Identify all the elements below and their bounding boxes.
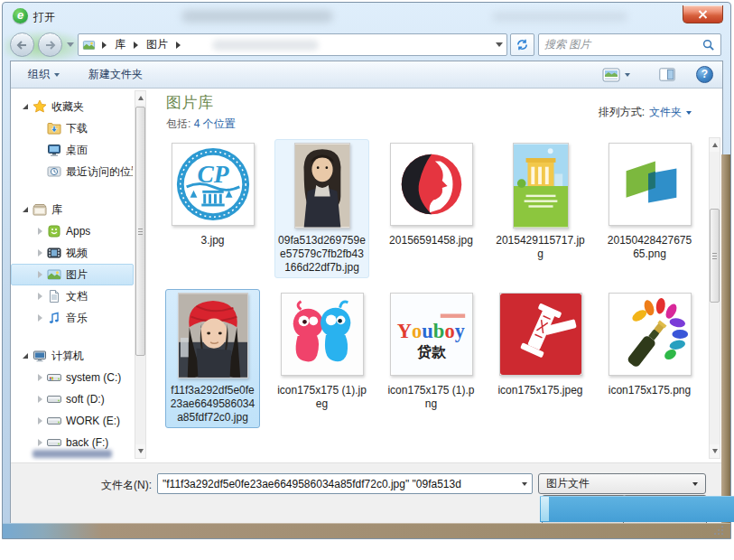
- file-item[interactable]: icon175x175.png: [602, 289, 697, 401]
- file-item[interactable]: 2015429115717.jpg: [493, 139, 588, 265]
- expanded-arrow-icon[interactable]: [19, 207, 32, 212]
- expanded-arrow-icon[interactable]: [19, 104, 32, 109]
- help-button[interactable]: ?: [696, 66, 713, 83]
- preview-pane-button[interactable]: [651, 64, 683, 85]
- sidebar-item-drive-c[interactable]: system (C:): [11, 367, 134, 388]
- file-item[interactable]: icon175x175 (1).jpeg: [274, 289, 369, 415]
- item-label: WORK (E:): [66, 415, 120, 427]
- chevron-down-icon: [686, 111, 692, 115]
- refresh-button[interactable]: [510, 33, 534, 56]
- sidebar-item-desktop[interactable]: 桌面: [11, 139, 134, 161]
- sidebar-section-computer[interactable]: 计算机: [11, 345, 134, 367]
- command-toolbar: 组织 新建文件夹: [11, 61, 722, 89]
- thumbnail-face-logo: [390, 143, 473, 226]
- files-scrollbar[interactable]: [709, 137, 720, 459]
- thumbnail-building-illustration: [513, 143, 569, 229]
- filename-combo[interactable]: [157, 473, 533, 494]
- sidebar-scrollbar[interactable]: [135, 90, 146, 459]
- filename-dropdown-icon[interactable]: [516, 474, 532, 493]
- file-item[interactable]: 20156591458.jpg: [384, 139, 478, 251]
- breadcrumb-libraries[interactable]: 库: [113, 34, 127, 55]
- sidebar-item-drive-d[interactable]: soft (D:): [11, 388, 134, 410]
- titlebar[interactable]: e 打开: [3, 3, 730, 30]
- refresh-icon: [516, 38, 529, 51]
- sidebar-item-pictures[interactable]: 图片: [11, 264, 134, 285]
- new-folder-button[interactable]: 新建文件夹: [80, 63, 151, 86]
- views-icon: [602, 68, 620, 82]
- scroll-up-icon[interactable]: [135, 91, 145, 105]
- thumbnail-portrait-photo: [294, 143, 350, 229]
- includes-locations-link[interactable]: 4 个位置: [194, 117, 236, 130]
- sidebar-item-videos[interactable]: 视频: [11, 242, 134, 264]
- filetype-select[interactable]: 图片文件: [538, 473, 706, 494]
- file-name: icon175x175.png: [605, 384, 694, 397]
- music-icon: [46, 311, 61, 326]
- file-name: 09fa513d269759ee57579c7fb2fb43166d22df7b…: [277, 234, 367, 275]
- download-folder-icon: [46, 121, 61, 136]
- scrollbar-thumb[interactable]: [135, 107, 145, 356]
- collapsed-arrow-icon[interactable]: [33, 314, 46, 322]
- scroll-down-icon[interactable]: [135, 444, 145, 458]
- thumbnail-court-logo: CP: [172, 143, 255, 226]
- sidebar-item-apps[interactable]: Apps: [11, 220, 134, 242]
- scroll-down-icon[interactable]: [710, 444, 720, 458]
- collapsed-arrow-icon[interactable]: [33, 374, 46, 381]
- drive-icon: [46, 414, 61, 429]
- arrange-value[interactable]: 文件夹: [649, 105, 682, 120]
- search-box[interactable]: 搜索 图片: [538, 33, 721, 56]
- collapsed-arrow-icon[interactable]: [33, 439, 46, 446]
- sidebar-item-drive-e[interactable]: WORK (E:): [11, 410, 134, 432]
- file-item[interactable]: 2015042842767565.png: [602, 139, 697, 265]
- organize-button[interactable]: 组织: [20, 63, 68, 86]
- sidebar-item-music[interactable]: 音乐: [11, 307, 134, 329]
- arrange-by[interactable]: 排列方式: 文件夹: [599, 105, 692, 120]
- collapsed-arrow-icon[interactable]: [33, 271, 46, 278]
- app-logo-icon: e: [13, 8, 28, 23]
- clipped-tree-item: [33, 450, 112, 458]
- breadcrumb-pictures[interactable]: 图片: [144, 34, 170, 55]
- star-icon: [32, 99, 47, 115]
- documents-icon: [46, 289, 61, 304]
- forward-button[interactable]: [38, 33, 62, 57]
- back-button[interactable]: [10, 33, 34, 57]
- collapsed-arrow-icon[interactable]: [33, 249, 46, 257]
- collapsed-arrow-icon[interactable]: [33, 396, 46, 403]
- sidebar-item-recent-places[interactable]: 最近访问的位置: [11, 161, 134, 182]
- collapsed-arrow-icon[interactable]: [33, 228, 46, 235]
- scrollbar-thumb[interactable]: [710, 209, 720, 303]
- search-icon[interactable]: [701, 38, 715, 51]
- file-item[interactable]: Youboy 贷款 icon175x175 (1).png: [384, 289, 478, 415]
- file-item-selected[interactable]: 09fa513d269759ee57579c7fb2fb43166d22df7b…: [274, 139, 369, 278]
- expanded-arrow-icon[interactable]: [19, 353, 32, 359]
- open-dialog-window: e 打开 库: [2, 2, 731, 539]
- navigation-bar: 库 图片 搜索 图片: [3, 30, 730, 61]
- recent-pages-chevron-icon[interactable]: [67, 42, 74, 47]
- includes-label: 包括:: [166, 117, 190, 130]
- computer-icon: [32, 349, 47, 364]
- section-label: 库: [51, 202, 62, 218]
- sidebar-item-documents[interactable]: 文档: [11, 285, 134, 307]
- item-label: 图片: [66, 267, 88, 283]
- item-label: 音乐: [66, 311, 88, 326]
- file-item[interactable]: CP 3.jpg: [165, 139, 260, 251]
- sidebar-section-libraries[interactable]: 库: [11, 199, 134, 220]
- svg-text:贷款: 贷款: [416, 344, 447, 359]
- address-bar[interactable]: 库 图片: [78, 33, 507, 56]
- collapsed-arrow-icon[interactable]: [33, 417, 46, 425]
- sidebar-item-downloads[interactable]: 下载: [11, 117, 134, 139]
- scroll-up-icon[interactable]: [710, 138, 720, 152]
- file-item[interactable]: icon175x175.jpeg: [493, 289, 588, 401]
- sidebar-section-favorites[interactable]: 收藏夹: [11, 96, 134, 117]
- close-button[interactable]: [683, 5, 723, 23]
- content-area: 收藏夹 下载 桌面: [11, 89, 722, 462]
- item-label: 下载: [66, 121, 88, 136]
- collapsed-arrow-icon[interactable]: [33, 293, 46, 300]
- change-view-button[interactable]: [594, 64, 638, 86]
- file-name: f11f3a292df5e0fe23ae6649586034a85fdf72c0…: [168, 384, 257, 425]
- file-name: icon175x175.jpeg: [496, 384, 585, 397]
- resize-grip-icon[interactable]: [714, 526, 725, 537]
- filename-input[interactable]: [158, 478, 516, 490]
- filetype-value: 图片文件: [546, 476, 590, 491]
- file-item-selected-primary[interactable]: f11f3a292df5e0fe23ae6649586034a85fdf72c0…: [165, 289, 260, 428]
- address-dropdown-icon[interactable]: [496, 42, 503, 47]
